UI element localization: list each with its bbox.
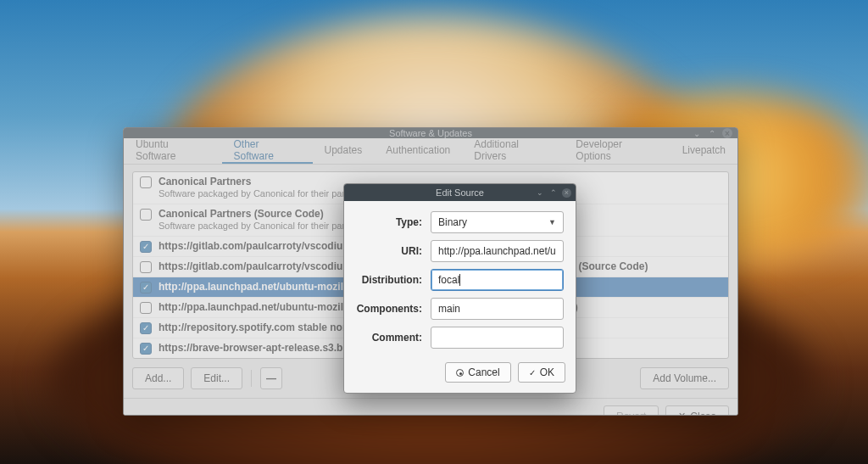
distribution-field[interactable]: focal — [431, 269, 564, 291]
source-title: Canonical Partners (Source Code) — [159, 208, 366, 221]
revert-button[interactable]: Revert — [604, 405, 659, 416]
type-select[interactable]: Binary ▼ — [431, 211, 564, 233]
maximize-icon[interactable]: ⌃ — [548, 188, 558, 198]
cancel-icon — [456, 369, 464, 377]
tab-developer-options[interactable]: Developer Options — [564, 138, 670, 164]
source-title: http://repository.spotify.com stable non… — [159, 321, 370, 334]
maximize-icon[interactable]: ⌃ — [707, 128, 717, 138]
comment-input[interactable] — [438, 332, 556, 344]
close-x-icon: ✕ — [678, 411, 686, 416]
minimize-icon[interactable]: ⌄ — [692, 128, 702, 138]
window-title: Software & Updates — [389, 128, 472, 138]
edit-button[interactable]: Edit... — [191, 367, 242, 389]
checkbox[interactable]: ✓ — [140, 282, 152, 293]
text-cursor — [459, 274, 460, 286]
window-titlebar: Software & Updates ⌄ ⌃ × — [124, 128, 737, 138]
remove-button[interactable]: — — [260, 367, 282, 389]
cancel-button[interactable]: Cancel — [445, 362, 510, 383]
checkbox[interactable]: ✓ — [140, 343, 152, 355]
add-volume-button[interactable]: Add Volume... — [640, 367, 729, 389]
tab-livepatch[interactable]: Livepatch — [670, 138, 737, 164]
checkbox[interactable] — [140, 209, 152, 221]
distribution-value: focal — [438, 274, 459, 286]
source-title: Canonical Partners — [159, 176, 366, 188]
add-button[interactable]: Add... — [132, 367, 184, 389]
uri-input[interactable] — [438, 245, 556, 257]
tab-other-software[interactable]: Other Software — [222, 138, 313, 164]
separator — [251, 370, 252, 387]
tab-authentication[interactable]: Authentication — [374, 138, 462, 164]
close-button[interactable]: ✕Close — [665, 405, 729, 416]
checkbox[interactable]: ✓ — [140, 322, 152, 334]
minimize-icon[interactable]: ⌄ — [535, 188, 544, 198]
source-subtitle: Software packaged by Canonical for their… — [159, 221, 366, 232]
edit-source-dialog: Edit Source ⌄ ⌃ × Type: Binary ▼ URI: Di… — [343, 183, 576, 394]
close-icon[interactable]: × — [562, 188, 571, 198]
components-field[interactable] — [431, 298, 564, 320]
ok-button[interactable]: ✓ OK — [518, 362, 565, 383]
comment-field[interactable] — [431, 327, 564, 349]
components-input[interactable] — [438, 303, 556, 315]
tab-additional-drivers[interactable]: Additional Drivers — [462, 138, 564, 164]
checkbox[interactable] — [140, 261, 152, 273]
dialog-titlebar: Edit Source ⌄ ⌃ × — [344, 184, 576, 201]
tab-updates[interactable]: Updates — [313, 138, 375, 164]
type-value: Binary — [438, 216, 467, 228]
type-label: Type: — [356, 216, 422, 228]
tab-ubuntu-software[interactable]: Ubuntu Software — [124, 138, 222, 164]
checkbox[interactable] — [140, 176, 152, 188]
checkbox[interactable]: ✓ — [140, 241, 152, 253]
uri-label: URI: — [356, 245, 422, 257]
check-icon: ✓ — [529, 368, 536, 377]
close-icon[interactable]: × — [722, 128, 732, 138]
uri-field[interactable] — [431, 240, 564, 262]
tab-bar: Ubuntu Software Other Software Updates A… — [124, 138, 737, 165]
chevron-down-icon: ▼ — [548, 218, 556, 226]
distribution-label: Distribution: — [356, 274, 422, 286]
checkbox[interactable] — [140, 302, 152, 314]
dialog-title: Edit Source — [436, 187, 484, 198]
comment-label: Comment: — [356, 332, 422, 344]
source-subtitle: Software packaged by Canonical for their… — [159, 188, 366, 200]
components-label: Components: — [356, 303, 422, 315]
